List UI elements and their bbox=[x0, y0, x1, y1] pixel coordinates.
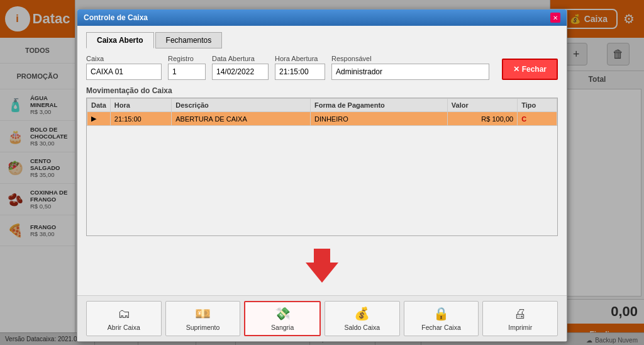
movimentacao-title: Movimentação do Caixa bbox=[86, 86, 558, 95]
hora-abertura-label: Hora Abertura bbox=[275, 55, 325, 62]
imprimir-button[interactable]: 🖨 Imprimir bbox=[482, 301, 558, 336]
col-header-valor: Valor bbox=[447, 99, 517, 112]
cell-indicator: ▶ bbox=[87, 112, 111, 126]
data-abertura-field-group: Data Abertura bbox=[212, 55, 269, 80]
movimentacao-table-container: Data Hora Descrição Forma de Pagamento V… bbox=[86, 98, 558, 236]
registro-field-group: Registro bbox=[168, 55, 206, 80]
caixa-field-group: Caixa bbox=[86, 55, 162, 80]
tab-caixa-aberto[interactable]: Caixa Aberto bbox=[86, 32, 154, 48]
modal-body: Caixa Aberto Fechamentos Caixa Registro … bbox=[77, 26, 567, 295]
fechar-caixa-button[interactable]: 🔒 Fechar Caixa bbox=[404, 301, 479, 336]
col-header-tipo: Tipo bbox=[518, 99, 557, 112]
imprimir-icon: 🖨 bbox=[514, 307, 526, 321]
col-header-descricao: Descrição bbox=[172, 99, 311, 112]
responsavel-field-group: Responsável bbox=[331, 55, 489, 80]
abrir-caixa-button[interactable]: 🗂 Abrir Caixa bbox=[86, 301, 162, 336]
hora-abertura-field-group: Hora Abertura bbox=[275, 55, 325, 80]
registro-input[interactable] bbox=[168, 64, 206, 80]
hora-abertura-input[interactable] bbox=[275, 64, 325, 80]
abrir-caixa-icon: 🗂 bbox=[118, 307, 130, 321]
modal-titlebar: Controle de Caixa ✕ bbox=[77, 9, 567, 26]
tab-fechamentos[interactable]: Fechamentos bbox=[155, 32, 223, 48]
modal-close-button[interactable]: ✕ bbox=[550, 13, 560, 23]
col-header-data: Data bbox=[87, 99, 111, 112]
suprimento-icon: 💴 bbox=[195, 306, 211, 321]
responsavel-input[interactable] bbox=[331, 64, 489, 80]
cell-descricao: ABERTURA DE CAIXA bbox=[172, 112, 311, 126]
cell-tipo: C bbox=[518, 112, 557, 126]
caixa-label: Caixa bbox=[86, 55, 162, 62]
form-row-info: Caixa Registro Data Abertura Hora Abertu… bbox=[86, 55, 558, 80]
responsavel-label: Responsável bbox=[331, 55, 489, 62]
cell-hora: 21:15:00 bbox=[110, 112, 171, 126]
modal-title: Controle de Caixa bbox=[84, 13, 148, 22]
sangria-button[interactable]: 💸 Sangria bbox=[244, 301, 321, 336]
modal-tabs: Caixa Aberto Fechamentos bbox=[86, 32, 558, 48]
cell-forma: DINHEIRO bbox=[310, 112, 447, 126]
controle-de-caixa-modal: Controle de Caixa ✕ Caixa Aberto Fechame… bbox=[77, 9, 567, 342]
data-abertura-label: Data Abertura bbox=[212, 55, 269, 62]
cell-valor: R$ 100,00 bbox=[447, 112, 517, 126]
saldo-caixa-button[interactable]: 💰 Saldo Caixa bbox=[325, 301, 400, 336]
x-icon: ✕ bbox=[513, 65, 519, 74]
registro-label: Registro bbox=[168, 55, 206, 62]
table-row[interactable]: ▶ 21:15:00 ABERTURA DE CAIXA DINHEIRO R$… bbox=[87, 112, 557, 126]
caixa-input[interactable] bbox=[86, 64, 162, 80]
movimentacao-table: Data Hora Descrição Forma de Pagamento V… bbox=[87, 98, 557, 126]
suprimento-button[interactable]: 💴 Suprimento bbox=[165, 301, 241, 336]
modal-overlay: Controle de Caixa ✕ Caixa Aberto Fechame… bbox=[0, 0, 644, 345]
col-header-hora: Hora bbox=[110, 99, 171, 112]
bottom-buttons: 🗂 Abrir Caixa 💴 Suprimento 💸 Sangria 💰 S… bbox=[77, 295, 567, 341]
arrow-indicator bbox=[86, 242, 558, 289]
saldo-caixa-icon: 💰 bbox=[354, 306, 370, 321]
fechar-button[interactable]: ✕ Fechar bbox=[502, 59, 558, 80]
fechar-caixa-icon: 🔒 bbox=[433, 306, 449, 321]
data-abertura-input[interactable] bbox=[212, 64, 269, 80]
col-header-forma: Forma de Pagamento bbox=[310, 99, 447, 112]
sangria-icon: 💸 bbox=[275, 306, 291, 321]
